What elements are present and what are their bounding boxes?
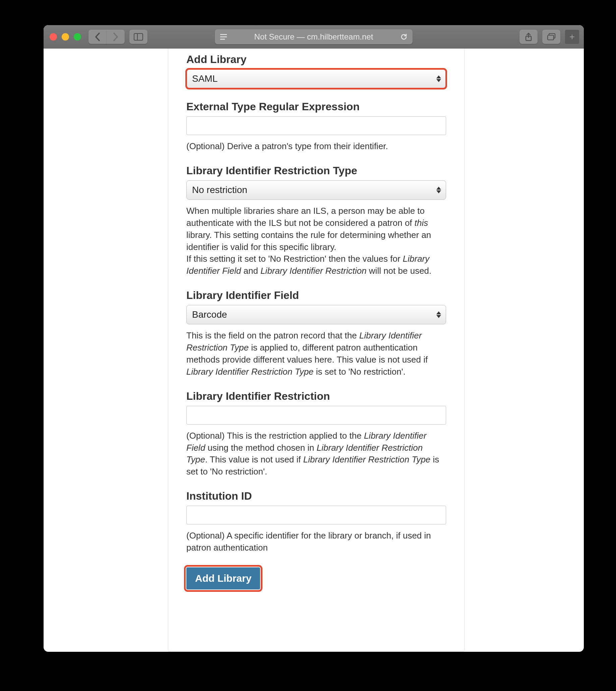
browser-titlebar: Not Secure — cm.hilbertteam.net + bbox=[44, 25, 584, 49]
identifier-field-value: Barcode bbox=[192, 309, 227, 320]
select-arrows-icon bbox=[436, 75, 441, 82]
address-bar[interactable]: Not Secure — cm.hilbertteam.net bbox=[215, 29, 413, 44]
add-library-label: Add Library bbox=[186, 53, 446, 66]
identifier-field-help: This is the field on the patron record t… bbox=[186, 330, 446, 378]
restriction-label: Library Identifier Restriction bbox=[186, 390, 446, 402]
svg-rect-0 bbox=[134, 34, 143, 40]
institution-input[interactable] bbox=[186, 506, 446, 525]
restriction-help: (Optional) This is the restriction appli… bbox=[186, 430, 446, 478]
restriction-type-value: No restriction bbox=[192, 185, 247, 195]
sidebar-icon bbox=[134, 33, 143, 41]
identifier-field-label: Library Identifier Field bbox=[186, 289, 446, 302]
select-arrows-icon bbox=[436, 187, 441, 193]
add-library-value: SAML bbox=[192, 73, 218, 84]
form-card: Add Library SAML External Type Regular E… bbox=[168, 49, 464, 652]
ext-regex-label: External Type Regular Expression bbox=[186, 101, 446, 113]
institution-help: (Optional) A specific identifier for the… bbox=[186, 530, 446, 554]
show-sidebar-button[interactable] bbox=[129, 30, 148, 44]
select-arrows-icon bbox=[436, 311, 441, 318]
restriction-input[interactable] bbox=[186, 406, 446, 425]
identifier-field-select[interactable]: Barcode bbox=[186, 305, 446, 325]
tabs-button[interactable] bbox=[542, 30, 560, 44]
new-tab-button[interactable]: + bbox=[565, 30, 579, 44]
page-content: Add Library SAML External Type Regular E… bbox=[44, 49, 584, 652]
add-library-select[interactable]: SAML bbox=[186, 69, 446, 88]
plus-icon: + bbox=[569, 31, 575, 42]
back-button[interactable] bbox=[88, 30, 107, 44]
add-library-button-label: Add Library bbox=[195, 573, 251, 584]
share-button[interactable] bbox=[520, 30, 537, 44]
forward-button[interactable] bbox=[107, 30, 125, 44]
reader-icon bbox=[220, 34, 227, 40]
close-window-button[interactable] bbox=[50, 33, 57, 41]
tabs-icon bbox=[547, 33, 556, 41]
nav-buttons bbox=[88, 30, 125, 44]
minimize-window-button[interactable] bbox=[62, 33, 69, 41]
titlebar-right: + bbox=[520, 30, 579, 44]
restriction-type-select[interactable]: No restriction bbox=[186, 180, 446, 200]
chevron-left-icon bbox=[94, 32, 101, 41]
chevron-right-icon bbox=[113, 32, 119, 41]
ext-regex-input[interactable] bbox=[186, 116, 446, 135]
share-icon bbox=[525, 32, 532, 41]
address-text: Not Secure — cm.hilbertteam.net bbox=[232, 32, 395, 42]
add-library-button[interactable]: Add Library bbox=[186, 567, 260, 589]
restriction-type-label: Library Identifier Restriction Type bbox=[186, 164, 446, 177]
restriction-type-help: When multiple libraries share an ILS, a … bbox=[186, 205, 446, 277]
window-controls bbox=[50, 33, 81, 41]
svg-rect-7 bbox=[548, 35, 554, 40]
reload-icon bbox=[400, 33, 408, 41]
zoom-window-button[interactable] bbox=[74, 33, 81, 41]
institution-label: Institution ID bbox=[186, 490, 446, 502]
reader-button[interactable] bbox=[215, 34, 232, 40]
browser-window: Not Secure — cm.hilbertteam.net + Add Li… bbox=[44, 25, 584, 652]
reload-button[interactable] bbox=[395, 33, 413, 41]
ext-regex-help: (Optional) Derive a patron's type from t… bbox=[186, 140, 446, 153]
